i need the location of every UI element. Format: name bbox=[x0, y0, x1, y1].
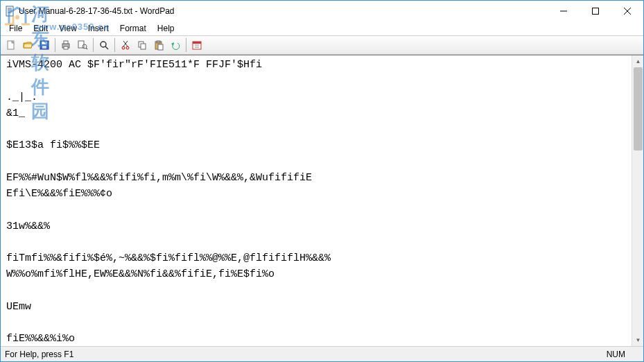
menu-insert[interactable]: Insert bbox=[82, 22, 114, 35]
cut-button[interactable] bbox=[118, 37, 133, 53]
save-button[interactable] bbox=[37, 37, 52, 53]
datetime-button[interactable] bbox=[189, 37, 204, 53]
scroll-thumb[interactable] bbox=[634, 67, 643, 150]
svg-rect-17 bbox=[78, 41, 84, 48]
menu-help[interactable]: Help bbox=[152, 22, 180, 35]
svg-rect-29 bbox=[157, 41, 160, 43]
svg-point-24 bbox=[122, 46, 125, 49]
new-button[interactable] bbox=[3, 37, 19, 53]
maximize-button[interactable] bbox=[580, 1, 611, 21]
toolbar-separator bbox=[93, 38, 94, 52]
menu-file[interactable]: File bbox=[3, 22, 28, 35]
svg-rect-33 bbox=[193, 42, 201, 44]
open-button[interactable] bbox=[20, 37, 35, 53]
menu-format[interactable]: Format bbox=[114, 22, 152, 35]
find-button[interactable] bbox=[96, 37, 112, 53]
menu-view[interactable]: View bbox=[53, 22, 82, 35]
scroll-up-icon[interactable]: ▲ bbox=[632, 55, 643, 67]
statusbar: For Help, press F1 NUM bbox=[1, 346, 643, 361]
editor-area: iVMS-4200 AC $F'fir"rF'FIE511*F FFJF'$Hf… bbox=[1, 55, 643, 346]
svg-line-19 bbox=[86, 48, 87, 49]
window-controls bbox=[548, 1, 643, 21]
status-help-text: For Help, press F1 bbox=[5, 350, 73, 359]
toolbar bbox=[1, 35, 643, 55]
svg-rect-12 bbox=[42, 42, 47, 44]
window-title: User Manual-6-28-17-36-45.txt - WordPad bbox=[19, 6, 175, 16]
document-text[interactable]: iVMS-4200 AC $F'fir"rF'FIE511*F FFJF'$Hf… bbox=[1, 55, 632, 346]
scroll-down-icon[interactable]: ▼ bbox=[632, 334, 643, 346]
status-num: NUM bbox=[593, 350, 639, 359]
svg-point-20 bbox=[101, 42, 106, 47]
svg-rect-13 bbox=[42, 46, 46, 49]
svg-line-21 bbox=[105, 46, 108, 49]
minimize-button[interactable] bbox=[548, 1, 580, 21]
svg-point-25 bbox=[126, 46, 129, 49]
titlebar: User Manual-6-28-17-36-45.txt - WordPad bbox=[1, 1, 643, 21]
paste-button[interactable] bbox=[151, 37, 166, 53]
svg-rect-30 bbox=[158, 44, 163, 50]
menu-edit[interactable]: Edit bbox=[28, 22, 53, 35]
svg-rect-15 bbox=[64, 41, 68, 44]
print-button[interactable] bbox=[58, 37, 73, 53]
toolbar-separator bbox=[114, 38, 115, 52]
print-preview-button[interactable] bbox=[75, 37, 90, 53]
wordpad-app-icon bbox=[5, 6, 16, 17]
svg-rect-16 bbox=[64, 46, 68, 49]
menubar: File Edit View Insert Format Help bbox=[1, 21, 643, 35]
svg-rect-27 bbox=[141, 44, 146, 49]
vertical-scrollbar[interactable]: ▲ ▼ bbox=[632, 55, 643, 346]
svg-rect-6 bbox=[593, 8, 599, 15]
copy-button[interactable] bbox=[134, 37, 150, 53]
close-button[interactable] bbox=[611, 1, 643, 21]
toolbar-separator bbox=[186, 38, 186, 52]
undo-button[interactable] bbox=[168, 37, 183, 53]
toolbar-separator bbox=[55, 38, 55, 52]
